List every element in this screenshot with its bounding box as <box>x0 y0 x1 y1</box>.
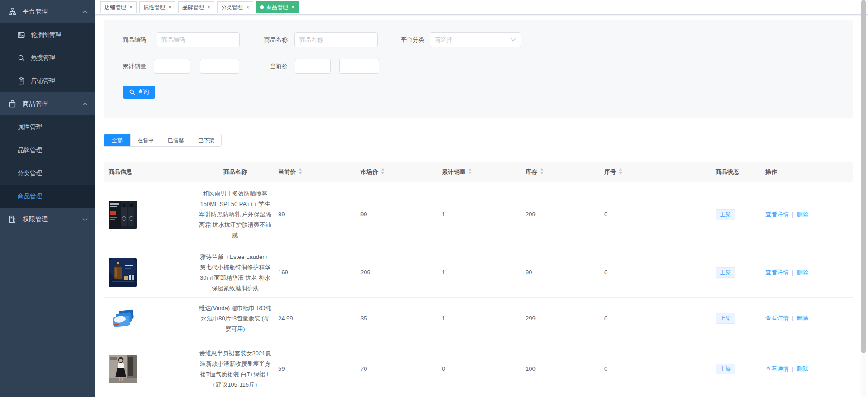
product-table: 商品信息 商品名称 当前价 市场价 累计销量 库存 <box>104 162 853 397</box>
col-header-product-name: 商品名称 <box>192 168 278 176</box>
platform-category-select[interactable]: 请选择 <box>430 32 521 47</box>
product-name-label: 商品名称 <box>217 32 288 47</box>
action-divider: | <box>792 366 793 372</box>
sales-min-input[interactable] <box>154 59 190 74</box>
sidebar-item-attribute-mgmt[interactable]: 属性管理 <box>0 115 95 139</box>
tab-product-mgmt-active[interactable]: 商品管理 × <box>256 1 299 13</box>
action-divider: | <box>792 211 793 218</box>
status-badge[interactable]: 上架 <box>716 267 735 278</box>
sort-icon[interactable] <box>618 168 623 176</box>
stock-cell: 99 <box>526 269 604 276</box>
col-header-current-price[interactable]: 当前价 <box>278 168 360 176</box>
sidebar-item-label: 属性管理 <box>18 123 42 131</box>
chevron-down-icon <box>82 218 88 221</box>
market-price-cell: 70 <box>360 365 442 372</box>
main-content: 商品编码 商品名称 平台分类 请选择 累计销量 - 当前价 <box>95 15 868 397</box>
view-detail-link[interactable]: 查看详情 <box>765 269 789 276</box>
stock-cell: 299 <box>526 211 604 218</box>
sidebar-item-category-mgmt[interactable]: 分类管理 <box>0 162 95 185</box>
delete-link[interactable]: 删除 <box>797 269 808 276</box>
sidebar-item-hotsearch-mgmt[interactable]: 热搜管理 <box>0 46 95 69</box>
search-button[interactable]: 查询 <box>123 86 155 99</box>
product-image[interactable] <box>109 258 137 287</box>
sidebar-item-label: 品牌管理 <box>18 146 42 154</box>
close-icon[interactable]: × <box>246 5 249 10</box>
page-scrollbar[interactable] <box>861 0 866 397</box>
sidebar-item-label: 分类管理 <box>18 169 42 177</box>
tab-label: 品牌管理 <box>182 4 204 11</box>
product-name: 雅诗兰黛（Estee Lauder）第七代小棕瓶特润修护精华30ml 面部精华液… <box>198 252 272 293</box>
sidebar-item-label: 店铺管理 <box>31 77 55 85</box>
search-form-card: 商品编码 商品名称 平台分类 请选择 累计销量 - 当前价 <box>104 20 853 118</box>
filter-tab-sold-out[interactable]: 已售罄 <box>161 134 191 146</box>
close-icon[interactable]: × <box>129 5 133 10</box>
clipboard-icon <box>18 77 25 85</box>
total-sales-label: 累计销量 <box>104 59 146 74</box>
status-badge[interactable]: 上架 <box>716 209 735 220</box>
product-image[interactable] <box>109 201 137 229</box>
price-min-input[interactable] <box>295 59 331 74</box>
filter-tab-all[interactable]: 全部 <box>104 134 130 146</box>
view-detail-link[interactable]: 查看详情 <box>765 365 789 372</box>
sort-icon[interactable] <box>298 168 303 176</box>
sidebar-item-permission-mgmt[interactable]: 权限管理 <box>0 208 95 231</box>
col-header-seq[interactable]: 序号 <box>604 168 716 176</box>
col-header-market-price[interactable]: 市场价 <box>360 168 442 176</box>
seq-cell: 0 <box>604 365 716 372</box>
filter-tab-on-sale[interactable]: 在售中 <box>130 134 161 146</box>
scrollbar-thumb[interactable] <box>861 0 866 353</box>
tab-store-mgmt[interactable]: 店铺管理 × <box>100 1 137 13</box>
tab-brand-mgmt[interactable]: 品牌管理 × <box>178 1 214 13</box>
status-badge[interactable]: 上架 <box>716 313 735 324</box>
current-price-cell: 59 <box>278 365 360 372</box>
sidebar-item-platform-mgmt[interactable]: 平台管理 <box>0 0 95 23</box>
total-sales-cell: 1 <box>442 315 526 322</box>
current-price-cell: 24.99 <box>278 315 360 322</box>
close-icon[interactable]: × <box>168 5 171 10</box>
chevron-up-icon <box>82 10 88 13</box>
sitemap-icon <box>9 8 16 15</box>
price-max-input[interactable] <box>339 59 379 74</box>
app: 平台管理 轮播图管理 <box>0 0 868 397</box>
market-price-cell: 35 <box>360 315 442 322</box>
sort-icon[interactable] <box>380 168 385 176</box>
total-sales-cell: 1 <box>442 269 526 276</box>
delete-link[interactable]: 删除 <box>797 365 808 372</box>
view-detail-link[interactable]: 查看详情 <box>765 211 789 218</box>
sidebar-item-product-mgmt[interactable]: 商品管理 <box>0 185 95 208</box>
product-image[interactable] <box>109 355 137 383</box>
sort-icon[interactable] <box>468 168 472 176</box>
sidebar-item-product-mgmt-group[interactable]: 商品管理 <box>0 92 95 115</box>
current-price-label: 当前价 <box>217 59 288 74</box>
tab-attribute-mgmt[interactable]: 属性管理 × <box>139 1 175 13</box>
chevron-down-icon <box>511 38 516 42</box>
tab-category-mgmt[interactable]: 分类管理 × <box>217 1 253 13</box>
sidebar-item-banner-mgmt[interactable]: 轮播图管理 <box>0 23 95 46</box>
close-icon[interactable]: × <box>207 5 210 10</box>
col-header-total-sales[interactable]: 累计销量 <box>442 168 526 176</box>
seq-cell: 0 <box>604 315 716 322</box>
sidebar: 平台管理 轮播图管理 <box>0 0 95 397</box>
filter-tab-off-shelf[interactable]: 已下架 <box>191 134 221 146</box>
sort-icon[interactable] <box>540 168 544 176</box>
product-code-label: 商品编码 <box>104 32 146 47</box>
bag-icon <box>9 100 16 108</box>
col-header-stock[interactable]: 库存 <box>526 168 604 176</box>
sidebar-item-brand-mgmt[interactable]: 品牌管理 <box>0 139 95 162</box>
product-image[interactable] <box>109 304 137 332</box>
form-row-1: 商品编码 商品名称 平台分类 请选择 <box>104 32 853 47</box>
delete-link[interactable]: 删除 <box>797 211 808 218</box>
action-divider: | <box>792 269 793 276</box>
building-icon <box>9 215 16 223</box>
view-detail-link[interactable]: 查看详情 <box>765 315 789 321</box>
market-price-cell: 209 <box>360 269 442 276</box>
current-price-cell: 169 <box>278 269 360 276</box>
close-icon[interactable]: × <box>291 5 294 10</box>
delete-link[interactable]: 删除 <box>797 315 808 321</box>
sidebar-item-label: 商品管理 <box>23 100 48 108</box>
sidebar-item-label: 轮播图管理 <box>31 31 62 39</box>
product-name: 和风雨男士多效防晒喷雾150ML SPF50 PA+++ 学生军训防黑防晒乳 户… <box>198 188 272 240</box>
sidebar-item-store-mgmt[interactable]: 店铺管理 <box>0 69 95 92</box>
product-name: 维达(Vinda) 湿巾纸巾 RO纯水湿巾80片*3包量贩装 (母婴可用) <box>198 303 272 334</box>
status-badge[interactable]: 上架 <box>716 364 735 374</box>
